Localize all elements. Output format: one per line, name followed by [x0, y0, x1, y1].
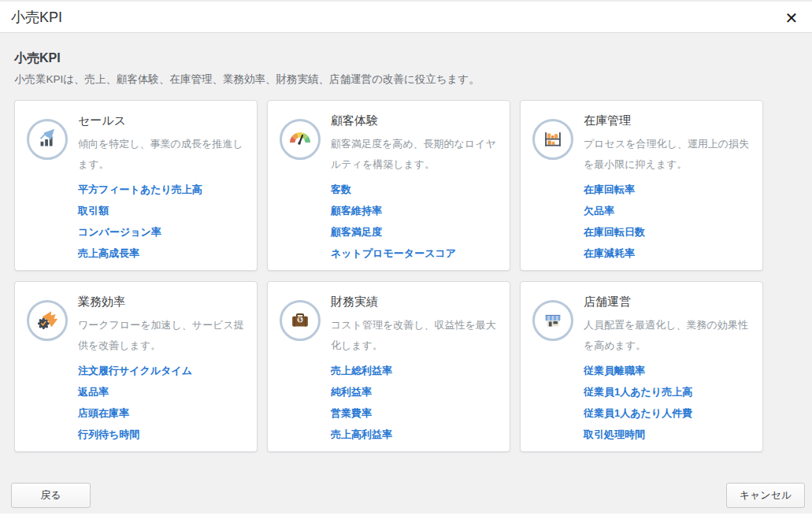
- dialog-title: 小売KPI: [11, 2, 62, 33]
- card-title: 在庫管理: [584, 113, 751, 128]
- kpi-card-store-operations: 店舗運営 人員配置を最適化し、業務の効果性を高めます。 従業員離職率 従業員1人…: [520, 281, 763, 452]
- close-icon[interactable]: ✕: [780, 7, 803, 29]
- card-links: 客数 顧客維持率 顧客満足度 ネットプロモータースコア: [331, 184, 499, 259]
- card-description: プロセスを合理化し、運用上の損失を最小限に抑えます。: [584, 134, 751, 175]
- card-title: セールス: [78, 113, 246, 128]
- card-links: 平方フィートあたり売上高 取引額 コンバージョン率 売上高成長率: [78, 184, 246, 259]
- cancel-button[interactable]: キャンセル: [726, 483, 805, 508]
- card-links: 注文履行サイクルタイム 返品率 店頭在庫率 行列待ち時間: [78, 365, 246, 440]
- kpi-link-nps[interactable]: ネットプロモータースコア: [331, 248, 499, 259]
- kpi-card-operational-efficiency: 業務効率 ワークフローを加速し、サービス提供を改善します。 注文履行サイクルタイ…: [14, 281, 258, 452]
- warehouse-shelf-icon: [532, 119, 573, 160]
- kpi-link-stockout-rate[interactable]: 欠品率: [584, 206, 751, 217]
- kpi-link-return-rate[interactable]: 返品率: [78, 387, 246, 398]
- kpi-link-transaction-value[interactable]: 取引額: [78, 206, 246, 217]
- satisfaction-gauge-icon: [280, 119, 321, 160]
- kpi-link-satisfaction[interactable]: 顧客満足度: [331, 227, 499, 238]
- card-description: コスト管理を改善し、収益性を最大化します。: [331, 315, 499, 356]
- kpi-link-retention-rate[interactable]: 顧客維持率: [331, 206, 499, 217]
- back-button[interactable]: 戻る: [11, 483, 91, 508]
- briefcase-dollar-icon: $: [280, 300, 321, 341]
- card-description: 傾向を特定し、事業の成長を推進します。: [78, 134, 246, 175]
- kpi-link-operating-expense-ratio[interactable]: 営業費率: [331, 408, 499, 419]
- kpi-link-queue-wait-time[interactable]: 行列待ち時間: [78, 429, 246, 440]
- retail-kpi-dialog: 小売KPI ✕ 小売KPI 小売業KPIは、売上、顧客体験、在庫管理、業務効率、…: [0, 0, 812, 519]
- card-links: 在庫回転率 欠品率 在庫回転日数 在庫減耗率: [584, 184, 751, 259]
- kpi-cards-grid: セールス 傾向を特定し、事業の成長を推進します。 平方フィートあたり売上高 取引…: [14, 100, 763, 452]
- kpi-card-inventory-management: 在庫管理 プロセスを合理化し、運用上の損失を最小限に抑えます。 在庫回転率 欠品…: [520, 100, 763, 271]
- kpi-link-days-inventory[interactable]: 在庫回転日数: [584, 227, 751, 238]
- svg-text:$: $: [298, 316, 302, 323]
- kpi-link-conversion-rate[interactable]: コンバージョン率: [78, 227, 246, 238]
- kpi-card-financial-performance: $ 財務実績 コスト管理を改善し、収益性を最大化します。 売上総利益率 純利益率…: [267, 281, 510, 452]
- kpi-link-transaction-processing-time[interactable]: 取引処理時間: [584, 429, 751, 440]
- kpi-link-sales-per-sqft[interactable]: 平方フィートあたり売上高: [78, 184, 246, 195]
- card-description: 人員配置を最適化し、業務の効果性を高めます。: [584, 315, 751, 356]
- kpi-link-return-on-sales[interactable]: 売上高利益率: [331, 429, 499, 440]
- kpi-link-labor-cost-per-employee[interactable]: 従業員1人あたり人件費: [584, 408, 751, 419]
- card-links: 売上総利益率 純利益率 営業費率 売上高利益率: [331, 365, 499, 440]
- kpi-link-order-fulfillment-cycle[interactable]: 注文履行サイクルタイム: [78, 365, 246, 376]
- kpi-card-sales: セールス 傾向を特定し、事業の成長を推進します。 平方フィートあたり売上高 取引…: [14, 100, 258, 271]
- kpi-link-sales-growth[interactable]: 売上高成長率: [78, 248, 246, 259]
- kpi-link-employee-turnover[interactable]: 従業員離職率: [584, 365, 751, 376]
- kpi-link-sales-per-employee[interactable]: 従業員1人あたり売上高: [584, 387, 751, 398]
- dialog-header: 小売KPI ✕: [0, 0, 812, 33]
- kpi-link-gross-margin[interactable]: 売上総利益率: [331, 365, 499, 376]
- bar-chart-trend-icon: [27, 119, 68, 160]
- card-title: 業務効率: [78, 295, 246, 310]
- gear-arrows-icon: [27, 300, 68, 341]
- card-description: ワークフローを加速し、サービス提供を改善します。: [78, 315, 246, 356]
- kpi-card-customer-experience: 顧客体験 顧客満足度を高め、長期的なロイヤルティを構築します。 客数 顧客維持率…: [267, 100, 510, 271]
- card-title: 顧客体験: [331, 113, 499, 128]
- card-title: 店舗運営: [584, 295, 751, 310]
- kpi-link-inventory-turnover[interactable]: 在庫回転率: [584, 184, 751, 195]
- kpi-link-customer-count[interactable]: 客数: [331, 184, 499, 195]
- card-title: 財務実績: [331, 295, 499, 310]
- kpi-link-on-shelf-availability[interactable]: 店頭在庫率: [78, 408, 246, 419]
- storefront-icon: [532, 300, 573, 341]
- dialog-bottom-edge: [0, 513, 812, 519]
- card-links: 従業員離職率 従業員1人あたり売上高 従業員1人あたり人件費 取引処理時間: [584, 365, 751, 440]
- section-description: 小売業KPIは、売上、顧客体験、在庫管理、業務効率、財務実績、店舗運営の改善に役…: [14, 72, 480, 87]
- card-description: 顧客満足度を高め、長期的なロイヤルティを構築します。: [331, 134, 499, 175]
- kpi-link-shrinkage-rate[interactable]: 在庫減耗率: [584, 248, 751, 259]
- kpi-link-net-profit-margin[interactable]: 純利益率: [331, 387, 499, 398]
- section-heading: 小売KPI: [14, 50, 61, 67]
